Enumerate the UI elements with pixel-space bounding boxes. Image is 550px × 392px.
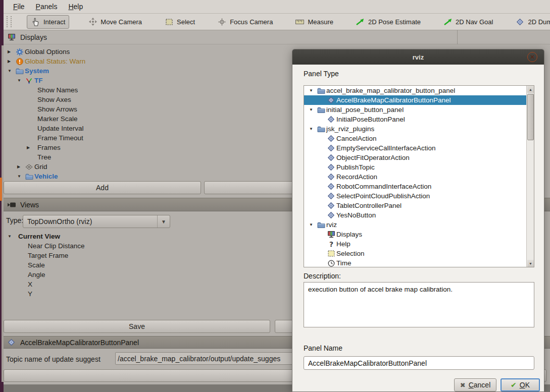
tool-focus-camera[interactable]: Focus Camera: [214, 16, 276, 28]
tree-item-publishtopic[interactable]: PublishTopic: [304, 162, 526, 172]
menu-file[interactable]: File: [8, 1, 30, 12]
tool-2d-nav-goal[interactable]: 2D Nav Goal: [439, 16, 496, 28]
tree-item-label: Tree: [37, 153, 51, 161]
tree-item-label: AccelBrakeMapCalibratorButtonPanel: [336, 96, 451, 104]
collapsed-arrow-icon[interactable]: ▶: [26, 145, 34, 150]
tree-item-label: Current View: [18, 233, 60, 240]
panel-name-input[interactable]: [304, 356, 534, 370]
diamond-icon: [7, 339, 16, 346]
panel-name-label: Panel Name: [304, 344, 342, 352]
expanded-arrow-icon[interactable]: ▼: [308, 107, 316, 112]
tree-item-selectpointcloudpublishaction[interactable]: SelectPointCloudPublishAction: [304, 191, 526, 201]
tree-item-time[interactable]: Time: [304, 258, 526, 267]
tree-item-label: X: [27, 281, 32, 288]
tool-2d-dummy-car[interactable]: 2D Dummy Car: [512, 16, 550, 28]
save-button[interactable]: Save: [4, 320, 270, 333]
green-arrow-icon: [443, 18, 453, 25]
tool-move-camera[interactable]: Move Camera: [84, 16, 145, 28]
tree-item-label: YesNoButton: [336, 211, 376, 219]
tree-item-label: Global Options: [24, 48, 70, 55]
expanded-arrow-icon[interactable]: ▼: [7, 234, 15, 239]
chevron-down-icon: ▼: [157, 215, 170, 228]
expanded-arrow-icon[interactable]: ▼: [7, 69, 15, 73]
diamond-icon: [326, 154, 336, 161]
expanded-arrow-icon[interactable]: ▼: [16, 78, 24, 83]
ok-label: OK: [520, 381, 530, 389]
tree-item-displays[interactable]: Displays: [304, 230, 526, 239]
diamond-icon: [515, 18, 525, 26]
tree-item-recordaction[interactable]: RecordAction: [304, 172, 526, 182]
tree-item-label: Show Names: [37, 86, 78, 94]
clock-icon: [326, 260, 336, 267]
close-icon[interactable]: ✕: [527, 52, 537, 62]
scrollbar[interactable]: ▲ ▼: [526, 86, 534, 267]
collapsed-arrow-icon[interactable]: ▶: [7, 49, 15, 54]
expanded-arrow-icon[interactable]: ▼: [308, 88, 316, 93]
tree-item-jsk-rviz-plugins[interactable]: ▼jsk_rviz_plugins: [304, 124, 526, 134]
displays-panel-header[interactable]: Displays: [4, 30, 550, 44]
expanded-arrow-icon[interactable]: ▼: [308, 222, 316, 227]
grid-icon: [24, 164, 34, 170]
toolbar-drag-handle[interactable]: [7, 16, 12, 27]
tree-item-selection[interactable]: Selection: [304, 249, 526, 258]
scroll-up-icon[interactable]: ▲: [527, 86, 534, 93]
tree-item-cancelaction[interactable]: CancelAction: [304, 134, 526, 143]
collapsed-arrow-icon[interactable]: ▶: [7, 59, 15, 64]
tool-interact[interactable]: Interact: [27, 15, 69, 29]
tree-item-accelbrakemapcalibratorbuttonpanel[interactable]: AccelBrakeMapCalibratorButtonPanel: [304, 95, 526, 105]
menu-help[interactable]: Help: [63, 1, 88, 12]
panel-type-label: Panel Type: [304, 70, 339, 78]
tree-item-yesnobutton[interactable]: YesNoButton: [304, 210, 526, 220]
scroll-down-icon[interactable]: ▼: [527, 260, 534, 267]
tree-item-accel-brake-map-calibrator-button-panel[interactable]: ▼accel_brake_map_calibrator_button_panel: [304, 86, 526, 95]
tree-item-label: Time: [336, 259, 352, 267]
add-button[interactable]: Add: [4, 181, 201, 194]
tree-item-initial-pose-button-panel[interactable]: ▼initial_pose_button_panel: [304, 105, 526, 115]
tree-item-label: Angle: [27, 271, 45, 278]
monitor-icon: [326, 231, 336, 238]
tool-select[interactable]: Select: [161, 16, 198, 28]
tool-label: 2D Dummy Car: [528, 18, 550, 26]
tree-item-robotcommandinterfaceaction[interactable]: RobotCommandInterfaceAction: [304, 182, 526, 191]
tree-item-label: jsk_rviz_plugins: [326, 125, 374, 133]
tree-item-rviz[interactable]: ▼rviz: [304, 220, 526, 230]
tree-item-help[interactable]: ?Help: [304, 239, 526, 249]
tree-item-label: ObjectFitOperatorAction: [336, 154, 410, 161]
tree-item-initialposebuttonpanel[interactable]: InitialPoseButtonPanel: [304, 115, 526, 124]
tool-label: Measure: [308, 18, 333, 26]
folder-icon: [316, 87, 326, 94]
diamond-icon: [326, 211, 336, 219]
tree-item-label: Target Frame: [27, 252, 68, 259]
tree-item-label: SelectPointCloudPublishAction: [336, 192, 430, 200]
diamond-icon: [326, 163, 336, 171]
help-icon: ?: [326, 240, 336, 248]
diamond-icon: [326, 116, 336, 123]
tree-item-objectfitoperatoraction[interactable]: ObjectFitOperatorAction: [304, 153, 526, 162]
ok-button[interactable]: ✔ OK: [501, 378, 540, 391]
scrollbar-thumb[interactable]: [527, 94, 534, 140]
collapsed-arrow-icon[interactable]: ▶: [16, 164, 24, 169]
displays-panel-title: Displays: [20, 33, 47, 41]
tool-2d-pose-estimate[interactable]: 2D Pose Estimate: [352, 16, 424, 28]
expanded-arrow-icon[interactable]: ▼: [16, 174, 24, 179]
tree-item-label: Global Status: Warn: [24, 58, 85, 65]
dialog-titlebar[interactable]: rviz ✕: [292, 49, 544, 65]
tool-measure[interactable]: Measure: [291, 16, 337, 28]
ruler-icon: [295, 20, 305, 24]
dialog-title: rviz: [413, 53, 424, 61]
menu-panels[interactable]: Panels: [30, 1, 63, 12]
tool-label: Focus Camera: [230, 18, 273, 26]
cancel-button[interactable]: ✖ Cancel: [454, 378, 496, 391]
folder-icon: [316, 126, 326, 133]
tree-item-label: Displays: [336, 231, 362, 238]
folder-icon: [15, 68, 24, 75]
tree-item-label: Update Interval: [37, 125, 84, 132]
tree-item-tabletcontrollerpanel[interactable]: TabletControllerPanel: [304, 201, 526, 210]
dock-separator: [457, 30, 458, 44]
move-icon: [88, 18, 97, 26]
tree-item-label: Scale: [27, 261, 45, 269]
tree-item-label: EmptyServiceCallInterfaceAction: [336, 144, 436, 152]
expanded-arrow-icon[interactable]: ▼: [308, 127, 316, 131]
view-type-dropdown[interactable]: TopDownOrtho (rviz) ▼: [23, 215, 170, 228]
tree-item-emptyservicecallinterfaceaction[interactable]: EmptyServiceCallInterfaceAction: [304, 143, 526, 153]
